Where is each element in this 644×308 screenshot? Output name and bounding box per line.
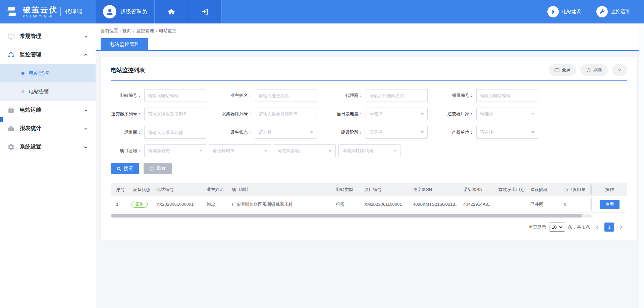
per-page-suffix: 条，共 1 条	[568, 224, 590, 230]
dropdown-arrow-icon	[531, 113, 535, 115]
vertical-scrollbar-track[interactable]	[639, 23, 644, 308]
col-type: 电站类型	[330, 187, 359, 193]
home-button[interactable]	[155, 0, 188, 23]
col-project-no: 项目编号	[359, 187, 408, 193]
view-button[interactable]: 查看	[600, 200, 620, 209]
gear-icon	[7, 143, 15, 151]
dropdown-arrow-icon	[421, 113, 424, 115]
collector-sn-input[interactable]	[255, 108, 317, 120]
breadcrumb: 当前位置： 首页 / 监控管理 / 电站监控	[96, 23, 644, 38]
network-icon	[7, 51, 15, 59]
prev-page-button[interactable]	[593, 223, 601, 231]
filter-form: 电站编号： 业主姓名： 代理商： 项目编号： 逆变器序列号	[111, 81, 627, 174]
region-county-select[interactable]: 请选择县/区	[274, 144, 336, 157]
dropdown-arrow-icon	[421, 131, 424, 133]
breadcrumb-separator: /	[133, 28, 135, 34]
breadcrumb-item-home[interactable]: 首页	[122, 28, 131, 34]
refresh-button[interactable]: 刷新	[580, 64, 608, 76]
property-unit-select[interactable]: 请选择	[476, 126, 538, 139]
search-button[interactable]: 搜索	[111, 163, 139, 174]
quick-link-monitor-ops[interactable]: 监控运维	[596, 6, 630, 17]
sidebar-subitem-label: 电站告警	[29, 88, 49, 95]
quick-link-station-build[interactable]: 电站建设	[547, 6, 581, 17]
filter-row-1: 电站编号： 业主姓名： 代理商： 项目编号：	[111, 89, 627, 102]
page-size-select[interactable]: 10	[549, 223, 565, 232]
sidebar-item-station-ops[interactable]: 电站运维	[0, 101, 96, 119]
page-number-1[interactable]: 1	[604, 223, 614, 232]
cell-station-no: YX2023061000001	[151, 202, 201, 207]
field-label: 项目编号：	[443, 93, 476, 99]
owner-name-input[interactable]	[255, 89, 317, 102]
field-label: 逆变器序列号：	[111, 111, 144, 117]
main-area: 当前位置： 首页 / 监控管理 / 电站监控 电站监控管理 电站监控列表 全屏	[96, 23, 644, 308]
field-agent: 代理商：	[332, 89, 443, 102]
field-label: 建设阶段：	[332, 129, 366, 135]
build-stage-select[interactable]: 请选择	[366, 126, 428, 139]
page-size-value: 10	[552, 225, 556, 230]
select-placeholder: 请选择	[480, 111, 493, 117]
fullscreen-label: 全屏	[562, 67, 571, 73]
ops-vendor-input[interactable]	[144, 126, 206, 139]
field-label: 产权单位：	[443, 129, 476, 135]
collapse-button[interactable]	[612, 64, 627, 76]
breadcrumb-item-monitor-mgmt[interactable]: 监控管理	[137, 28, 154, 34]
select-placeholder: 请选择省份	[148, 148, 170, 154]
cell-stage: 已并网	[525, 201, 558, 207]
cell-address: 广东深圳龙华区观澜镇姚家庄村	[226, 201, 330, 207]
field-label: 代理商：	[332, 93, 366, 99]
field-daily-power: 当日发电量： 请选择	[332, 108, 443, 120]
per-page-prefix: 每页显示	[529, 224, 546, 230]
daily-power-select[interactable]: 请选择	[366, 108, 428, 120]
field-label: 电站编号：	[111, 93, 144, 99]
sidebar-item-settings[interactable]: 系统设置	[0, 138, 96, 156]
fullscreen-button[interactable]: 全屏	[549, 64, 576, 76]
breadcrumb-item-station-monitor[interactable]: 电站监控	[159, 28, 176, 34]
card-title: 电站监控列表	[111, 66, 145, 74]
sidebar-subitem-station-monitor[interactable]: 电站监控	[0, 64, 96, 82]
field-label: 采集器序列号：	[221, 111, 255, 117]
select-placeholder: 请选择村镇/街道	[342, 148, 374, 154]
project-no-input[interactable]	[476, 89, 538, 102]
cell-project-no: XM2023061100001	[359, 202, 408, 207]
breadcrumb-separator: /	[156, 28, 157, 34]
sidebar-item-label: 系统设置	[20, 143, 41, 150]
field-project-region: 项目区域： 请选择省份 请选择城市 请选择县/区 请选择村镇/街道	[111, 144, 403, 157]
sidebar-item-general[interactable]: 常规管理	[0, 27, 96, 46]
sidebar-item-label: 报表统计	[20, 125, 41, 132]
col-owner: 业主姓名	[201, 187, 226, 193]
filter-row-4: 项目区域： 请选择省份 请选择城市 请选择县/区 请选择村镇/街道	[111, 144, 627, 157]
station-no-input[interactable]	[144, 89, 206, 102]
sidebar-subitem-label: 电站监控	[29, 70, 49, 76]
tab-station-monitor-mgmt[interactable]: 电站监控管理	[101, 38, 148, 50]
status-badge: 正常	[131, 201, 148, 208]
filter-row-2: 逆变器序列号： 采集器序列号： 当日发电量： 请选择 逆变器厂家：	[111, 108, 627, 120]
select-placeholder: 请选择	[369, 111, 382, 117]
inverter-vendor-select[interactable]: 请选择	[476, 108, 538, 120]
agent-input[interactable]	[366, 89, 428, 102]
field-inverter-sn: 逆变器序列号：	[111, 108, 221, 120]
refresh-icon	[586, 68, 591, 73]
region-town-select[interactable]: 请选择村镇/街道	[338, 144, 400, 157]
region-city-select[interactable]: 请选择城市	[209, 144, 271, 157]
user-profile[interactable]: 超级管理员	[96, 0, 155, 23]
col-actions: 操作	[592, 183, 627, 196]
field-collector-sn: 采集器序列号：	[221, 108, 332, 120]
reset-button[interactable]: 重置	[144, 163, 172, 174]
next-page-button[interactable]	[617, 223, 625, 231]
brand-subtitle: Po Jian Yun Fu	[23, 14, 58, 18]
horizontal-scrollbar-thumb[interactable]	[111, 214, 582, 218]
sidebar-item-monitor-mgmt[interactable]: 监控管理	[0, 46, 96, 64]
device-status-select[interactable]: 请选择	[255, 126, 317, 139]
field-station-no: 电站编号：	[111, 89, 221, 102]
field-device-status: 设备状态： 请选择	[221, 126, 332, 139]
region-province-select[interactable]: 请选择省份	[144, 144, 206, 157]
quick-link-label: 监控运维	[611, 9, 630, 15]
inverter-sn-input[interactable]	[144, 108, 206, 120]
sidebar-item-label: 常规管理	[20, 33, 41, 40]
reset-label: 重置	[157, 166, 166, 172]
col-inverter-sn: 逆变器SN	[408, 187, 458, 193]
sidebar-subitem-station-alarm[interactable]: 电站告警	[0, 82, 96, 101]
logout-button[interactable]	[188, 0, 222, 23]
user-name: 超级管理员	[120, 8, 147, 15]
sidebar-item-reports[interactable]: 报表统计	[0, 119, 96, 138]
